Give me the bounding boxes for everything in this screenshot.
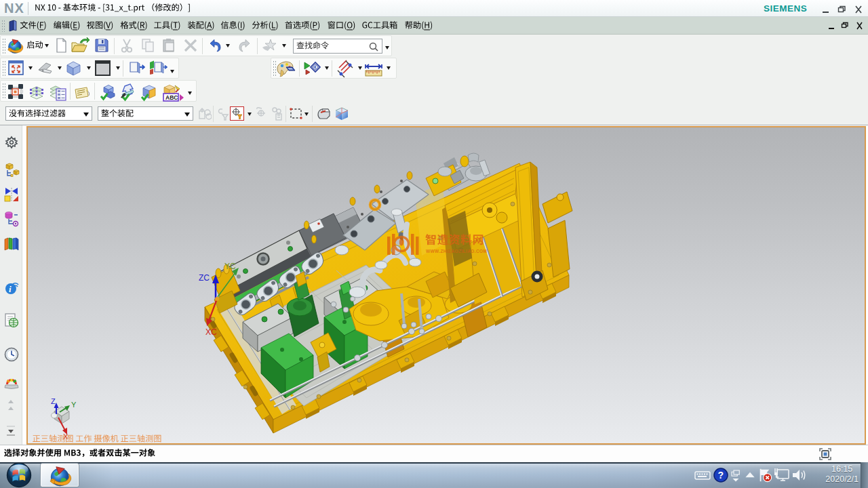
svg-text:YC: YC [224, 262, 236, 271]
svg-text:ABC: ABC [165, 94, 178, 101]
svg-text:?: ? [718, 470, 724, 481]
svg-text:Y: Y [71, 401, 77, 409]
svg-text:Z: Z [51, 397, 56, 405]
svg-text:XC: XC [205, 327, 217, 337]
svg-text:i: i [9, 284, 12, 294]
svg-text:ZC: ZC [199, 273, 210, 283]
